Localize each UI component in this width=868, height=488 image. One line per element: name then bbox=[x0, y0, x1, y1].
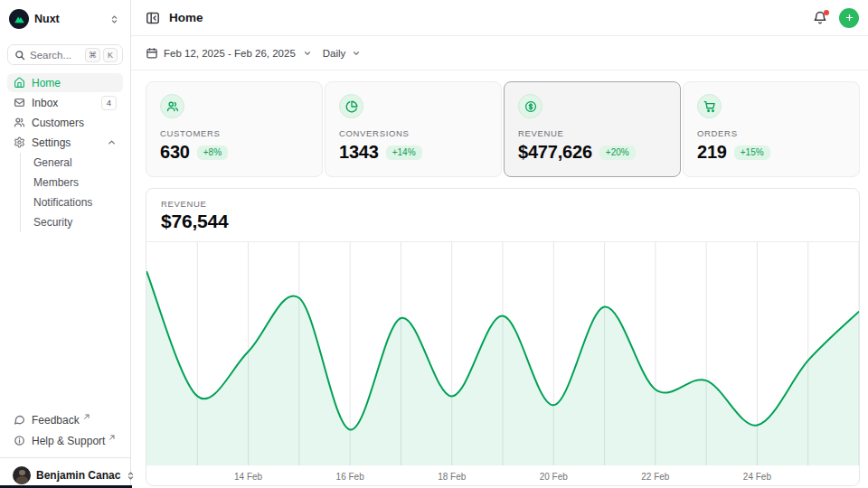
stat-value: $477,626 bbox=[518, 142, 592, 163]
avatar bbox=[13, 466, 31, 484]
stat-card-customers[interactable]: CUSTOMERS 630 +8% bbox=[146, 81, 323, 177]
notifications-button[interactable] bbox=[813, 11, 827, 25]
x-tick-label: 14 Feb bbox=[234, 472, 262, 482]
team-name: Nuxt bbox=[34, 13, 104, 25]
revenue-chart-card: REVENUE $76,544 14 Feb16 Feb18 Feb20 Feb… bbox=[146, 188, 860, 486]
search-placeholder: Search... bbox=[30, 50, 80, 61]
stat-label: CUSTOMERS bbox=[160, 128, 308, 138]
nuxt-logo-icon bbox=[9, 9, 29, 29]
chevrons-up-down-icon bbox=[109, 14, 119, 24]
sidebar-item-customers[interactable]: Customers bbox=[7, 113, 123, 132]
chart-pie-icon bbox=[339, 94, 363, 118]
notification-dot bbox=[824, 10, 829, 15]
sidebar-item-label: Home bbox=[32, 77, 61, 89]
main: Home Feb 12, 2025 - Feb 26, 2025 bbox=[131, 0, 868, 488]
sidebar-nav: Home Inbox 4 Customers Settings bbox=[7, 73, 123, 234]
add-button[interactable] bbox=[839, 8, 859, 28]
sidebar-item-label: Inbox bbox=[32, 97, 58, 109]
sidebar-item-label: Settings bbox=[32, 136, 71, 149]
sidebar-item-label: Customers bbox=[32, 117, 84, 129]
chart-header: REVENUE $76,544 bbox=[146, 189, 859, 242]
sidebar: Nuxt Search... ⌘ K Home bbox=[0, 0, 131, 488]
search-shortcut: ⌘ K bbox=[85, 48, 118, 62]
external-link-icon bbox=[108, 434, 116, 441]
sidebar-item-security[interactable]: Security bbox=[21, 212, 123, 232]
feedback-link[interactable]: Feedback bbox=[7, 410, 123, 429]
app: Nuxt Search... ⌘ K Home bbox=[0, 0, 868, 488]
date-range-label: Feb 12, 2025 - Feb 26, 2025 bbox=[164, 48, 296, 59]
sidebar-item-members[interactable]: Members bbox=[21, 173, 123, 192]
stat-label: ORDERS bbox=[697, 128, 845, 138]
x-tick-label: 18 Feb bbox=[438, 472, 466, 482]
content: CUSTOMERS 630 +8% CONVERSIONS 1343 +14% bbox=[131, 70, 868, 486]
stat-label: CONVERSIONS bbox=[339, 128, 487, 138]
granularity-select[interactable]: Daily bbox=[323, 48, 362, 59]
inbox-icon bbox=[14, 97, 25, 108]
stat-delta-badge: +8% bbox=[197, 145, 228, 160]
filter-bar: Feb 12, 2025 - Feb 26, 2025 Daily bbox=[131, 36, 868, 70]
topbar: Home bbox=[131, 0, 868, 36]
calendar-icon bbox=[146, 47, 158, 60]
chart-value: $76,544 bbox=[161, 211, 844, 232]
users-icon bbox=[14, 117, 25, 128]
users-icon bbox=[160, 94, 184, 118]
message-circle-icon bbox=[14, 414, 25, 426]
settings-subnav: General Members Notifications Security bbox=[20, 153, 123, 232]
stat-delta-badge: +15% bbox=[734, 145, 770, 160]
x-tick-label: 22 Feb bbox=[641, 472, 669, 482]
chart-label: REVENUE bbox=[161, 199, 844, 209]
stat-value: 1343 bbox=[339, 142, 379, 163]
sidebar-item-notifications[interactable]: Notifications bbox=[21, 192, 123, 212]
sidebar-item-settings[interactable]: Settings bbox=[7, 133, 123, 152]
feedback-label: Feedback bbox=[32, 414, 80, 427]
date-range-picker[interactable]: Feb 12, 2025 - Feb 26, 2025 bbox=[146, 47, 312, 60]
x-tick-label: 20 Feb bbox=[540, 472, 568, 482]
inbox-count-badge: 4 bbox=[101, 96, 117, 110]
circle-dollar-icon bbox=[518, 94, 542, 118]
sidebar-item-home[interactable]: Home bbox=[7, 73, 123, 92]
page-title: Home bbox=[169, 11, 203, 24]
chevron-down-icon bbox=[352, 49, 361, 58]
help-support-link[interactable]: Help & Support bbox=[7, 431, 123, 450]
x-tick-label: 24 Feb bbox=[743, 472, 771, 482]
sidebar-item-inbox[interactable]: Inbox 4 bbox=[7, 93, 123, 112]
info-icon bbox=[14, 435, 25, 446]
x-axis-labels: 14 Feb16 Feb18 Feb20 Feb22 Feb24 Feb bbox=[146, 465, 859, 485]
chevron-down-icon bbox=[303, 49, 312, 58]
stat-delta-badge: +20% bbox=[599, 145, 636, 160]
area-chart bbox=[146, 242, 859, 465]
user-name: Benjamin Canac bbox=[36, 469, 120, 482]
stat-delta-badge: +14% bbox=[386, 145, 422, 160]
stat-card-revenue[interactable]: REVENUE $477,626 +20% bbox=[504, 81, 681, 177]
shopping-cart-icon bbox=[697, 94, 722, 118]
stat-card-conversions[interactable]: CONVERSIONS 1343 +14% bbox=[325, 81, 502, 177]
chevrons-up-down-icon bbox=[126, 471, 136, 481]
revenue-chart[interactable]: 14 Feb16 Feb18 Feb20 Feb22 Feb24 Feb bbox=[146, 242, 859, 485]
search-icon bbox=[14, 50, 25, 61]
home-icon bbox=[14, 77, 25, 89]
search-input[interactable]: Search... ⌘ K bbox=[7, 44, 123, 65]
stat-label: REVENUE bbox=[518, 128, 666, 138]
stat-value: 630 bbox=[160, 142, 190, 163]
stats-row: CUSTOMERS 630 +8% CONVERSIONS 1343 +14% bbox=[146, 81, 860, 177]
sidebar-item-general[interactable]: General bbox=[21, 153, 123, 173]
external-link-icon bbox=[83, 413, 90, 420]
help-support-label: Help & Support bbox=[32, 435, 105, 447]
gear-icon bbox=[14, 136, 25, 148]
stat-value: 219 bbox=[697, 142, 727, 163]
collapse-sidebar-icon[interactable] bbox=[146, 11, 160, 25]
user-menu[interactable]: Benjamin Canac bbox=[7, 458, 123, 488]
chevron-up-icon bbox=[107, 137, 117, 147]
team-switcher[interactable]: Nuxt bbox=[7, 7, 123, 31]
x-tick-label: 16 Feb bbox=[336, 472, 364, 482]
stat-card-orders[interactable]: ORDERS 219 +15% bbox=[683, 81, 860, 177]
granularity-label: Daily bbox=[323, 48, 346, 59]
